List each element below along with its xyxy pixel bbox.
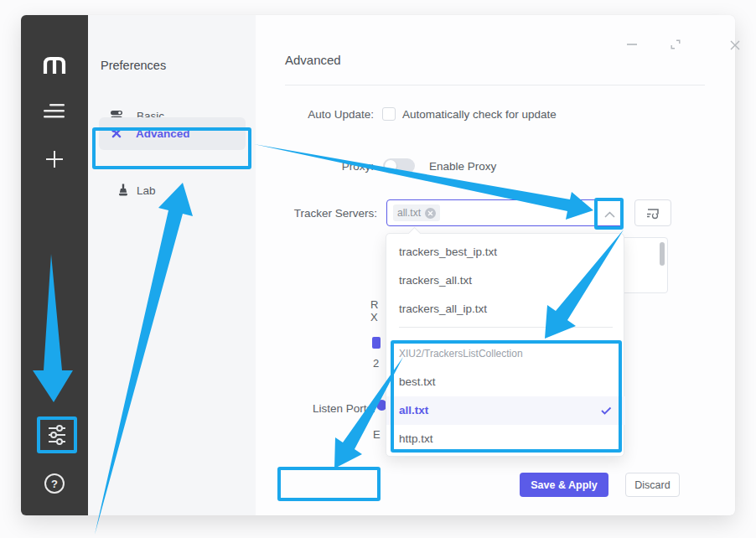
toggle-knob: [385, 160, 396, 172]
wrench-icon: [110, 127, 123, 140]
page-title: Advanced: [285, 53, 341, 67]
maximize-icon[interactable]: [671, 39, 681, 49]
chevron-up-icon[interactable]: [604, 211, 615, 218]
app-sidebar: ?: [21, 15, 88, 515]
dropdown-option[interactable]: trackers_best_ip.txt: [386, 238, 625, 266]
add-task-icon[interactable]: [44, 149, 65, 169]
minimize-icon[interactable]: [626, 38, 638, 49]
lab-stamp-icon: [117, 184, 130, 197]
help-glyph: ?: [51, 478, 58, 490]
help-icon[interactable]: ?: [44, 473, 65, 494]
tracker-dropdown: trackers_best_ip.txt trackers_all.txt tr…: [386, 233, 624, 457]
scrollbar-thumb[interactable]: [660, 242, 665, 266]
obscured-text-fragment: E: [373, 428, 381, 441]
dropdown-option[interactable]: trackers_all.txt: [386, 266, 625, 295]
save-apply-button[interactable]: Save & Apply: [520, 473, 608, 497]
obscured-link-fragment: [372, 337, 381, 349]
dropdown-option[interactable]: http.txt: [386, 425, 625, 453]
dropdown-option[interactable]: best.txt: [386, 368, 625, 396]
preferences-nav-panel: Preferences Basic Advanced: [88, 15, 256, 515]
nav-item-lab[interactable]: Lab: [89, 177, 255, 204]
obscured-text-fragment: X: [370, 311, 378, 323]
motrix-logo: [42, 55, 67, 75]
proxy-toggle-label: Enable Proxy: [429, 159, 496, 173]
dropdown-group-label: XIU2/TrackersListCollection: [399, 348, 523, 360]
proxy-toggle[interactable]: [383, 158, 415, 173]
discard-button[interactable]: Discard: [625, 473, 680, 497]
checkmark-icon: [601, 406, 612, 415]
sync-icon: [645, 206, 660, 220]
sync-trackers-button[interactable]: [634, 199, 671, 226]
tracker-servers-label: Tracker Servers:: [243, 206, 377, 220]
preferences-sliders-icon[interactable]: [46, 424, 68, 446]
main-content: Advanced Auto Update: Automatically chec…: [256, 15, 735, 515]
proxy-label: Proxy:: [240, 159, 374, 173]
task-list-icon[interactable]: [44, 104, 65, 118]
auto-update-checkbox-label: Automatically check for update: [402, 107, 557, 122]
listen-ports-label: Listen Ports:: [241, 401, 375, 416]
auto-update-label: Auto Update:: [240, 107, 374, 122]
auto-update-checkbox[interactable]: [382, 107, 396, 121]
title-divider: [285, 85, 705, 85]
remove-tag-icon[interactable]: [425, 208, 436, 219]
preferences-window: ? Preferences Basic Advanced: [21, 15, 735, 515]
nav-item-advanced[interactable]: Advanced: [99, 117, 246, 150]
selected-tracker-tag: all.txt: [393, 204, 440, 221]
preferences-title: Preferences: [101, 59, 166, 72]
nav-item-label: Lab: [137, 184, 156, 197]
close-icon[interactable]: [729, 39, 741, 51]
obscured-text-fragment: R: [370, 298, 378, 311]
tracker-servers-select[interactable]: all.txt: [386, 199, 624, 226]
dropdown-option-selected[interactable]: all.txt: [386, 396, 625, 425]
obscured-text-fragment: 2: [373, 357, 379, 370]
tag-label: all.txt: [397, 207, 421, 219]
dropdown-option[interactable]: trackers_all_ip.txt: [386, 295, 625, 323]
dropdown-divider: [399, 327, 613, 328]
nav-item-label: Advanced: [136, 127, 190, 140]
